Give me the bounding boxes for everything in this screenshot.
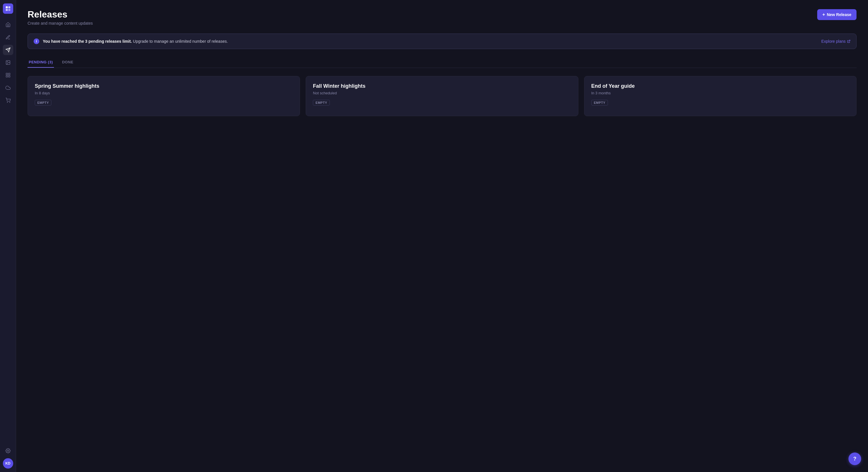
new-release-button[interactable]: + New Release bbox=[817, 9, 857, 20]
banner-bold: You have reached the 3 pending releases … bbox=[43, 39, 132, 43]
media-icon[interactable] bbox=[3, 57, 13, 68]
help-icon: ? bbox=[854, 456, 857, 462]
sidebar: KD bbox=[0, 0, 16, 472]
releases-icon[interactable] bbox=[3, 45, 13, 55]
external-link-icon bbox=[847, 40, 850, 43]
svg-rect-0 bbox=[6, 6, 8, 8]
svg-point-13 bbox=[9, 102, 10, 103]
svg-rect-1 bbox=[8, 6, 10, 8]
svg-line-15 bbox=[848, 40, 850, 42]
release-title-spring: Spring Summer highlights bbox=[35, 83, 293, 89]
release-schedule-fall: Not scheduled bbox=[313, 91, 571, 95]
banner-left: i You have reached the 3 pending release… bbox=[34, 38, 228, 44]
plus-icon: + bbox=[823, 12, 825, 17]
banner-text: You have reached the 3 pending releases … bbox=[43, 39, 228, 43]
svg-point-14 bbox=[7, 450, 9, 452]
svg-rect-9 bbox=[8, 73, 10, 74]
tabs-container: PENDING (3) DONE bbox=[28, 57, 857, 68]
page-header: Releases Create and manage content updat… bbox=[28, 9, 857, 26]
explore-plans-link[interactable]: Explore plans bbox=[821, 39, 850, 43]
banner-rest: Upgrade to manage an unlimited number of… bbox=[133, 39, 228, 43]
tab-done[interactable]: DONE bbox=[61, 57, 74, 68]
info-banner: i You have reached the 3 pending release… bbox=[28, 34, 857, 49]
main-content: Releases Create and manage content updat… bbox=[16, 0, 868, 472]
tab-pending-label: PENDING (3) bbox=[29, 60, 53, 64]
layout-icon[interactable] bbox=[3, 70, 13, 80]
title-section: Releases Create and manage content updat… bbox=[28, 9, 93, 26]
releases-grid: Spring Summer highlights In 8 days EMPTY… bbox=[28, 76, 857, 116]
page-subtitle: Create and manage content updates bbox=[28, 21, 93, 26]
release-schedule-spring: In 8 days bbox=[35, 91, 293, 95]
cart-icon[interactable] bbox=[3, 95, 13, 105]
page-title: Releases bbox=[28, 9, 93, 20]
tab-done-label: DONE bbox=[62, 60, 73, 64]
release-schedule-endofyear: In 3 months bbox=[591, 91, 849, 95]
cloud-icon[interactable] bbox=[3, 82, 13, 93]
tab-pending[interactable]: PENDING (3) bbox=[28, 57, 54, 68]
svg-rect-11 bbox=[6, 76, 7, 77]
help-button[interactable]: ? bbox=[848, 452, 861, 465]
new-release-label: New Release bbox=[827, 12, 851, 17]
release-title-endofyear: End of Year guide bbox=[591, 83, 849, 89]
svg-point-7 bbox=[7, 61, 7, 62]
release-badge-spring: EMPTY bbox=[35, 100, 51, 105]
svg-point-12 bbox=[7, 102, 8, 103]
edit-icon[interactable] bbox=[3, 32, 13, 42]
release-card-fall[interactable]: Fall Winter highlights Not scheduled EMP… bbox=[306, 76, 578, 116]
settings-icon[interactable] bbox=[3, 446, 13, 456]
explore-plans-label: Explore plans bbox=[821, 39, 846, 43]
release-card-spring[interactable]: Spring Summer highlights In 8 days EMPTY bbox=[28, 76, 300, 116]
release-card-endofyear[interactable]: End of Year guide In 3 months EMPTY bbox=[584, 76, 857, 116]
user-avatar[interactable]: KD bbox=[3, 458, 13, 469]
svg-rect-2 bbox=[6, 9, 8, 11]
release-badge-endofyear: EMPTY bbox=[591, 100, 608, 105]
app-logo[interactable] bbox=[3, 3, 13, 14]
svg-rect-10 bbox=[8, 76, 10, 77]
info-icon: i bbox=[34, 38, 39, 44]
home-icon[interactable] bbox=[3, 20, 13, 30]
svg-rect-3 bbox=[8, 9, 10, 11]
svg-rect-8 bbox=[6, 73, 7, 74]
release-badge-fall: EMPTY bbox=[313, 100, 330, 105]
release-title-fall: Fall Winter highlights bbox=[313, 83, 571, 89]
